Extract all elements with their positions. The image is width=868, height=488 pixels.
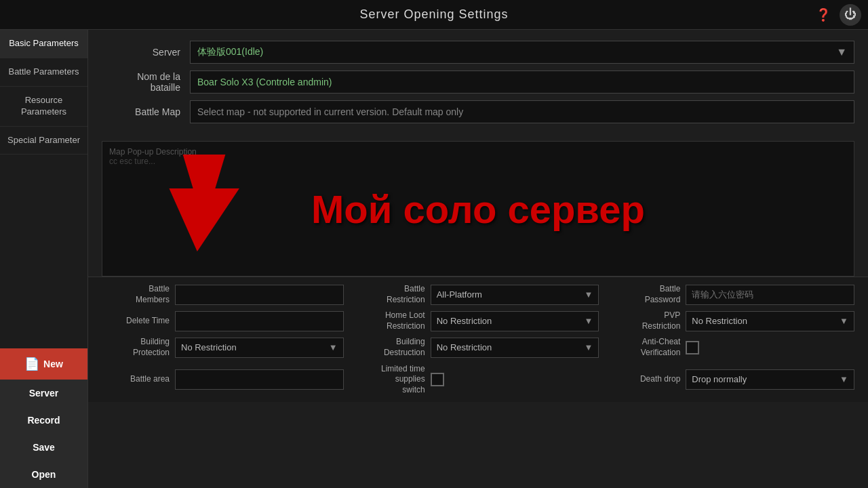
help-button[interactable]: ❓ <box>812 4 834 26</box>
home-loot-arrow: ▼ <box>584 316 593 326</box>
battle-password-label: BattlePassword <box>612 284 680 305</box>
power-icon: ⏻ <box>844 7 856 22</box>
home-loot-row: Home LootRestriction No Restriction ▼ <box>357 310 599 331</box>
battle-name-input[interactable]: Boar Solo X3 (Controle andmin) <box>190 70 854 94</box>
battle-members-input[interactable]: 100 <box>175 285 344 305</box>
limited-time-row: Limited timesuppliesswitch <box>357 364 599 396</box>
anti-cheat-row: Anti-CheatVerification <box>612 337 854 358</box>
main-layout: Basic Parameters Battle Parameters Resou… <box>0 30 868 488</box>
sidebar-item-resource-parameters[interactable]: Resource Parameters <box>0 87 87 127</box>
battle-restriction-row: BattleRestriction All-Platform ▼ <box>357 284 599 305</box>
overlay-russian-text: Мой соло сервер <box>311 186 645 232</box>
server-dropdown[interactable]: 体验版001(Idle) ▼ <box>190 41 854 64</box>
delete-time-label: Delete Time <box>102 316 170 327</box>
content-area: Server 体验版001(Idle) ▼ Nom de labataille … <box>88 30 868 488</box>
sidebar-item-battle-parameters[interactable]: Battle Parameters <box>0 58 87 87</box>
battle-map-label: Battle Map <box>102 106 190 117</box>
building-protection-dropdown[interactable]: No Restriction ▼ <box>175 338 344 358</box>
death-drop-row: Death drop Drop normally ▼ <box>612 364 854 396</box>
battle-restriction-label: BattleRestriction <box>357 284 425 305</box>
pvp-restriction-label: PVPRestriction <box>612 310 680 331</box>
pvp-restriction-row: PVPRestriction No Restriction ▼ <box>612 310 854 331</box>
server-row: Server 体验版001(Idle) ▼ <box>102 41 854 64</box>
death-drop-label: Death drop <box>612 374 680 385</box>
power-button[interactable]: ⏻ <box>840 4 861 26</box>
pvp-restriction-arrow: ▼ <box>840 316 848 326</box>
battle-area-row: Battle area 0 <box>102 364 344 396</box>
server-button[interactable]: Server <box>0 380 87 407</box>
delete-time-row: Delete Time 604800 <box>102 310 344 331</box>
open-button[interactable]: Open <box>0 461 87 488</box>
battle-members-label: BattleMembers <box>102 284 170 305</box>
battle-restriction-arrow: ▼ <box>584 289 593 300</box>
home-loot-label: Home LootRestriction <box>357 310 425 331</box>
sidebar: Basic Parameters Battle Parameters Resou… <box>0 30 88 488</box>
top-bar-icons: ❓ ⏻ <box>812 4 861 26</box>
building-protection-arrow: ▼ <box>329 342 338 352</box>
new-button[interactable]: 📄 New <box>0 348 87 380</box>
description-text: Map Pop-up Description cc esc ture... <box>102 142 854 171</box>
settings-form: Server 体验版001(Idle) ▼ Nom de labataille … <box>88 30 868 141</box>
sidebar-item-basic-parameters[interactable]: Basic Parameters <box>0 30 87 58</box>
anti-cheat-label: Anti-CheatVerification <box>612 337 680 358</box>
anti-cheat-checkbox[interactable] <box>686 341 699 354</box>
death-drop-dropdown[interactable]: Drop normally ▼ <box>686 369 854 390</box>
death-drop-arrow: ▼ <box>840 374 848 384</box>
battle-area-input[interactable]: 0 <box>175 369 344 390</box>
battle-restriction-dropdown[interactable]: All-Platform ▼ <box>431 285 599 305</box>
sidebar-actions: 📄 New Server Record Save Open <box>0 348 87 488</box>
building-destruction-arrow: ▼ <box>584 342 593 352</box>
building-protection-label: BuildingProtection <box>102 337 170 358</box>
building-destruction-label: BuildingDestruction <box>357 337 425 358</box>
page-title: Server Opening Settings <box>359 7 508 22</box>
battle-map-row: Battle Map Select map - not supported in… <box>102 100 854 123</box>
building-protection-row: BuildingProtection No Restriction ▼ <box>102 337 344 358</box>
battle-name-label: Nom de labataille <box>102 71 190 93</box>
sidebar-item-special-parameter[interactable]: Special Parameter <box>0 127 87 155</box>
server-dropdown-arrow: ▼ <box>836 46 847 58</box>
record-button[interactable]: Record <box>0 407 87 434</box>
bottom-params: BattleMembers 100 BattleRestriction All-… <box>88 277 868 402</box>
battle-members-row: BattleMembers 100 <box>102 284 344 305</box>
battle-password-row: BattlePassword <box>612 284 854 305</box>
save-button[interactable]: Save <box>0 434 87 461</box>
home-loot-dropdown[interactable]: No Restriction ▼ <box>431 311 599 331</box>
server-label: Server <box>102 47 190 58</box>
building-destruction-row: BuildingDestruction No Restriction ▼ <box>357 337 599 358</box>
help-icon: ❓ <box>816 7 831 22</box>
pvp-restriction-dropdown[interactable]: No Restriction ▼ <box>686 311 854 331</box>
battle-map-input[interactable]: Select map - not supported in current ve… <box>190 100 854 123</box>
battle-name-row: Nom de labataille Boar Solo X3 (Controle… <box>102 70 854 94</box>
battle-area-label: Battle area <box>102 374 170 385</box>
battle-password-input[interactable] <box>686 285 854 305</box>
delete-time-input[interactable]: 604800 <box>175 311 344 331</box>
new-icon: 📄 <box>24 357 39 371</box>
description-area: Map Pop-up Description cc esc ture... <box>102 141 854 277</box>
top-bar: Server Opening Settings ❓ ⏻ <box>0 0 868 30</box>
limited-time-label: Limited timesuppliesswitch <box>357 364 425 396</box>
building-destruction-dropdown[interactable]: No Restriction ▼ <box>431 338 599 358</box>
limited-time-checkbox[interactable] <box>431 373 444 386</box>
